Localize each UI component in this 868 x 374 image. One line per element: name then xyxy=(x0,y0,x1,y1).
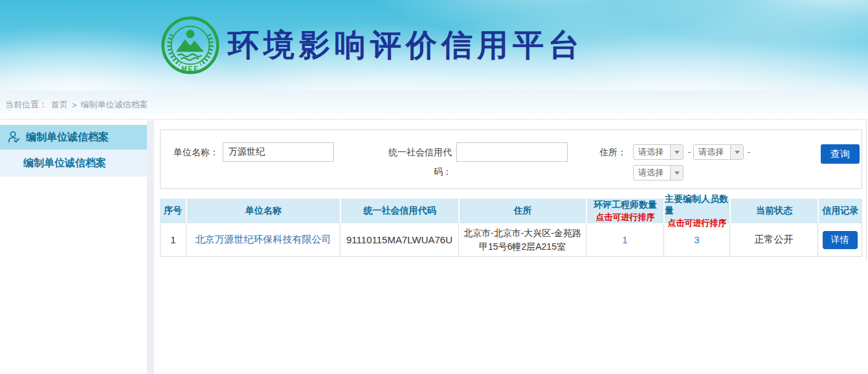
header-staff-count-sortable[interactable]: 主要编制人员数量 点击可进行排序 xyxy=(663,199,729,223)
header-engineer-count-sortable[interactable]: 环评工程师数量 点击可进行排序 xyxy=(586,199,663,223)
chevron-down-icon[interactable] xyxy=(670,166,683,180)
row-credit-record: 详情 xyxy=(818,223,862,256)
company-name-label: 单位名称： xyxy=(161,142,219,162)
logo-text: MEE xyxy=(181,65,199,72)
city-select-value: 请选择 xyxy=(694,145,730,159)
table-header-row: 序号 单位名称 统一社会信用代码 住所 环评工程师数量 点击可进行排序 主要编制… xyxy=(160,199,862,223)
credit-code-input[interactable] xyxy=(456,142,568,162)
row-status: 正常公开 xyxy=(729,223,818,256)
header-address: 住所 xyxy=(458,199,586,223)
sidebar-item-label: 编制单位诚信档案 xyxy=(23,157,106,170)
table-row: 1 北京万源世纪环保科技有限公司 91110115MA7LWUA76U 北京市-… xyxy=(160,223,862,257)
sidebar-item-archive[interactable]: 编制单位诚信档案 xyxy=(0,149,147,177)
breadcrumb-separator: > xyxy=(72,100,77,110)
row-engineer-count: 1 xyxy=(586,223,663,256)
sort-hint[interactable]: 点击可进行排序 xyxy=(596,212,655,223)
sidebar-item-archive-group[interactable]: 编制单位诚信档案 xyxy=(0,125,147,149)
row-address: 北京市-北京市-大兴区-金苑路甲15号6幢2层A215室 xyxy=(458,223,586,256)
header-status: 当前状态 xyxy=(729,199,818,223)
sidebar-divider xyxy=(147,120,154,374)
sidebar-item-label: 编制单位诚信档案 xyxy=(26,131,109,144)
district-select-value: 请选择 xyxy=(634,166,670,180)
header-index: 序号 xyxy=(160,199,186,223)
province-select[interactable]: 请选择 xyxy=(633,144,684,160)
row-index: 1 xyxy=(160,223,186,256)
row-credit-code: 91110115MA7LWUA76U xyxy=(340,223,458,256)
city-select[interactable]: 请选择 xyxy=(693,144,744,160)
row-company: 北京万源世纪环保科技有限公司 xyxy=(186,223,340,256)
mee-logo-icon: MEE xyxy=(161,16,220,75)
header-banner: MEE 环境影响评价信用平台 xyxy=(0,0,868,91)
query-button[interactable]: 查询 xyxy=(821,144,860,164)
results-table: 序号 单位名称 统一社会信用代码 住所 环评工程师数量 点击可进行排序 主要编制… xyxy=(160,199,862,257)
row-staff-count: 3 xyxy=(663,223,729,256)
address-label: 住所： xyxy=(580,142,627,162)
header-company: 单位名称 xyxy=(186,199,340,223)
site-title: 环境影响评价信用平台 xyxy=(228,25,584,66)
engineer-count-link[interactable]: 1 xyxy=(622,234,627,245)
page: MEE 环境影响评价信用平台 当前位置： 首页 > 编制单位诚信档案 编制单位诚… xyxy=(0,0,868,374)
address-dash: - xyxy=(746,144,752,160)
breadcrumb-current: 编制单位诚信档案 xyxy=(81,99,148,111)
company-name-input[interactable] xyxy=(223,142,334,162)
user-check-icon xyxy=(6,130,21,144)
company-link[interactable]: 北京万源世纪环保科技有限公司 xyxy=(195,234,331,246)
chevron-down-icon[interactable] xyxy=(730,145,743,159)
breadcrumb-prefix: 当前位置： xyxy=(5,99,47,111)
content-right-border xyxy=(866,120,867,260)
district-select[interactable]: 请选择 xyxy=(633,165,684,181)
breadcrumb-home-link[interactable]: 首页 xyxy=(51,99,68,111)
chevron-down-icon[interactable] xyxy=(670,145,683,159)
staff-count-link[interactable]: 3 xyxy=(694,234,699,245)
header-credit-code: 统一社会信用代码 xyxy=(340,199,458,223)
search-panel: 单位名称： 统一社会信用代码： 住所： 请选择 - 请选择 - 请选择 查询 xyxy=(160,129,862,189)
detail-button[interactable]: 详情 xyxy=(823,231,858,249)
address-dash: - xyxy=(686,144,693,160)
breadcrumb: 当前位置： 首页 > 编制单位诚信档案 xyxy=(0,91,868,120)
credit-code-label: 统一社会信用代码： xyxy=(374,142,452,162)
header-credit-record: 信用记录 xyxy=(818,199,862,223)
province-select-value: 请选择 xyxy=(634,145,670,159)
